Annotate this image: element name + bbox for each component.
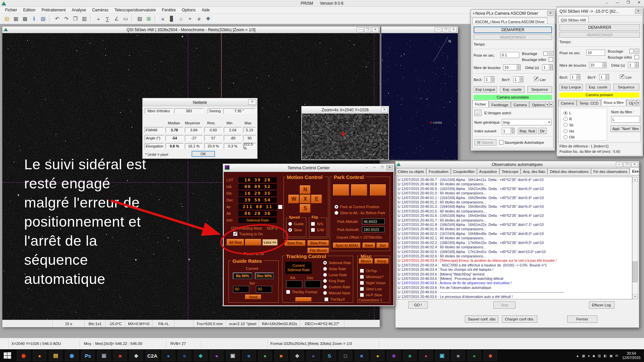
starfield-view[interactable]: N C6058 (381, 33, 458, 160)
maximize-icon[interactable]: ❐ (442, 27, 449, 32)
list-icon[interactable]: ≡ (159, 15, 167, 23)
park-altitude-input[interactable]: 46.8433 (362, 219, 385, 224)
generic-name-select[interactable]: Img-▾ (502, 119, 551, 125)
minimize-icon[interactable]: — (435, 27, 441, 32)
taskbar-app-icon-6[interactable]: ▣ (97, 350, 111, 361)
target-icon[interactable]: ⌖ (186, 15, 194, 23)
infinite-loop-checkbox[interactable] (635, 55, 639, 59)
rate-radio[interactable]: Custom Rate (323, 284, 351, 290)
tray-app-icon-1[interactable]: ▦ (582, 354, 585, 358)
spinner-arrows[interactable] (490, 77, 494, 82)
park-get-button[interactable]: Get (377, 243, 389, 248)
menu-item[interactable]: Analyse (69, 7, 89, 13)
loop-count-input[interactable]: 10 (503, 64, 521, 70)
menu-item[interactable]: Caméras (89, 7, 111, 13)
taskbar-app-icon-17[interactable]: ■ (274, 350, 288, 361)
grid-icon[interactable]: # (195, 15, 203, 23)
short-exposure-button[interactable]: Exp. courte (586, 84, 610, 90)
slew-before-park-radio[interactable] (334, 211, 338, 215)
exposure-input[interactable]: 10 (586, 50, 605, 56)
stop-button[interactable]: Stop (493, 301, 516, 309)
setup-button[interactable]: Setup (375, 258, 389, 264)
custom-dec-input[interactable] (305, 281, 321, 288)
close-icon[interactable]: ✕ (631, 162, 638, 167)
custom-ra-input[interactable] (286, 281, 302, 288)
qsi-driver-tab[interactable]: QSI 583ws HW (558, 16, 589, 23)
tray-app-icon-3[interactable]: ◆ (592, 354, 595, 358)
start-button[interactable]: DEMARRER (559, 24, 640, 31)
spinner-arrows[interactable] (635, 62, 638, 68)
misc-checkbox[interactable]: Slew Low (360, 286, 386, 292)
taskbar-app-icon-22[interactable]: ■ (355, 350, 368, 361)
taskbar-app-icon-26[interactable]: ● (419, 350, 433, 361)
image-icon[interactable]: ▨ (136, 15, 144, 23)
abort-button[interactable]: ABANDONNER (559, 32, 640, 38)
filter-radio[interactable]: L (564, 110, 575, 116)
load-config-button[interactable]: Charger conf obs. (502, 315, 537, 323)
save-button[interactable]: ▦Sauver (474, 139, 496, 145)
maximize-icon[interactable]: ❐ (624, 162, 630, 167)
sync-altaz-button[interactable]: Sync to Alt/Az (333, 243, 361, 248)
tray-volume-icon[interactable]: ◧ (604, 354, 607, 358)
east-button[interactable]: E (311, 195, 322, 203)
delay-input[interactable]: 1 (628, 62, 639, 68)
histogram-icon[interactable]: ▊ (168, 15, 176, 23)
link-bin-checkbox[interactable] (534, 77, 538, 81)
thesky-format-checkbox[interactable] (286, 290, 290, 294)
close-icon[interactable]: ✕ (386, 165, 393, 170)
tray-up-icon[interactable]: ▲ (576, 354, 579, 358)
tray-message-icon[interactable]: ✉ (615, 354, 618, 358)
tab-scroll-left-icon[interactable]: ◄ (545, 102, 549, 107)
capture-icon[interactable]: ▥ (80, 15, 89, 23)
taskbar-app-icon-24[interactable]: ◆ (387, 350, 400, 361)
filter-radio[interactable]: R (564, 116, 575, 122)
save-config-button[interactable]: Sauver conf. obs (465, 315, 498, 323)
west-button[interactable]: W (288, 195, 299, 203)
toolbar-separator[interactable] (155, 15, 157, 22)
zoom-icon[interactable]: ○ (177, 15, 185, 23)
display-levels-icon[interactable]: ▧ (39, 15, 47, 23)
loop-abort-button[interactable]: X (635, 49, 639, 54)
taskbar-app-icon-29[interactable]: ● (468, 350, 481, 361)
taskbar-power-icon[interactable]: ◉ (17, 350, 30, 361)
taskbar-app-icon-28[interactable]: ■ (451, 350, 465, 361)
taskbar-clock[interactable]: 20:54 12/07/2015 (622, 351, 641, 360)
menu-item[interactable]: Fenêtre (159, 7, 179, 13)
filter-name-input[interactable]: L (611, 116, 640, 123)
loop-count-input[interactable]: 10 (589, 62, 606, 68)
maximize-icon[interactable]: ❐ (379, 165, 385, 170)
taskbar-app-icon-18[interactable]: ◆ (290, 350, 304, 361)
minimize-icon[interactable]: — (616, 162, 623, 167)
az-checkbox[interactable] (278, 205, 282, 209)
filter-radio[interactable]: Oiii (564, 134, 575, 140)
tab[interactable]: Fichier (472, 100, 489, 107)
tab[interactable]: Options (529, 102, 547, 108)
save-icon[interactable]: ▦ (12, 15, 20, 23)
long-exposure-button[interactable]: Exp Longue (474, 86, 497, 93)
theskyx-checkbox[interactable] (324, 297, 328, 301)
misc-checkbox[interactable]: OnTop (360, 268, 386, 274)
taskbar-app-icon-8[interactable]: ◆ (129, 350, 143, 361)
misc-checkbox[interactable]: Mimimize? (360, 274, 386, 280)
binx-input[interactable]: 1 (570, 74, 580, 80)
spinner-arrows[interactable] (511, 128, 514, 134)
taskbar-browser-icon[interactable]: ◉ (65, 350, 78, 361)
taskbar-app-icon-13[interactable]: ● (210, 350, 223, 361)
menu-item[interactable]: Aide (199, 7, 213, 13)
close-icon[interactable]: ✕ (248, 99, 256, 105)
minimize-icon[interactable]: — (357, 27, 363, 32)
next-index-input[interactable]: 1 (502, 128, 515, 134)
delay-input[interactable]: 1 (542, 64, 553, 70)
start-button[interactable] (4, 352, 11, 359)
taskbar-app-icon-19[interactable]: ● (307, 350, 320, 361)
resize-icon[interactable]: ↔ (363, 165, 370, 170)
biny-input[interactable]: 1 (599, 74, 609, 80)
app-minimize-button[interactable]: — (614, 0, 621, 5)
north-button[interactable]: N (300, 185, 311, 194)
scrollbar-thumb[interactable] (633, 261, 638, 282)
close-button[interactable]: Fermer (567, 315, 597, 323)
taskbar-app-icon-25[interactable]: ■ (403, 350, 417, 361)
menu-item[interactable]: Options (179, 7, 199, 13)
park-azimuth-input[interactable]: 180.5023 (362, 227, 385, 232)
taskbar-skype-icon[interactable]: S (323, 350, 336, 361)
